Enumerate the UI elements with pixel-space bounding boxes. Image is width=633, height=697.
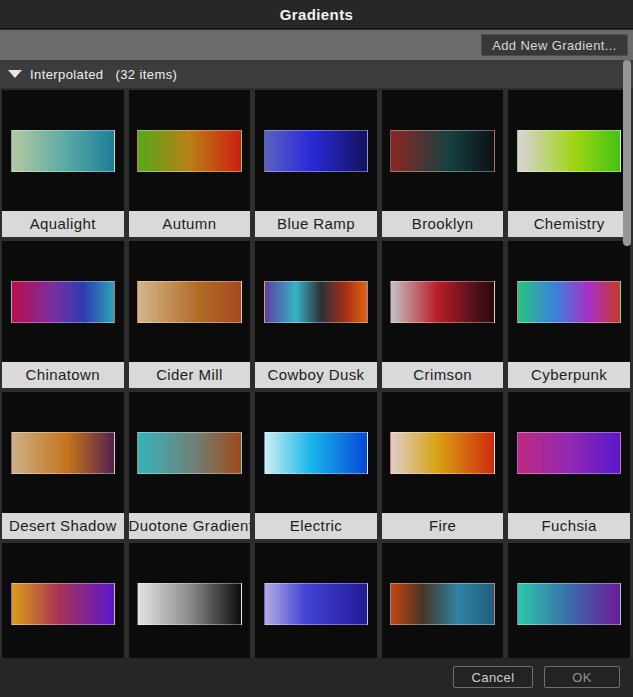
gradient-swatch[interactable]: [264, 130, 369, 172]
gradient-label: Brooklyn: [382, 211, 504, 237]
gradient-grid: AqualightAutumnBlue RampBrooklynChemistr…: [0, 88, 633, 658]
gradient-swatch[interactable]: [390, 130, 495, 172]
gradient-label: Desert Shadow: [2, 513, 124, 539]
gradient-label: Electric: [255, 513, 377, 539]
gradient-label: Duotone Gradient: [129, 513, 251, 539]
gradient-swatch[interactable]: [11, 130, 116, 172]
gradient-label: Cowboy Dusk: [255, 362, 377, 388]
gradient-swatch[interactable]: [517, 583, 622, 625]
gradient-cell[interactable]: Cider Mill: [129, 241, 251, 388]
gradient-cell[interactable]: Cyberpunk: [508, 241, 630, 388]
gradient-swatch[interactable]: [264, 281, 369, 323]
gradient-swatch[interactable]: [11, 432, 116, 474]
gradient-cell[interactable]: Fuchsia: [508, 392, 630, 539]
gradient-swatch[interactable]: [137, 130, 242, 172]
toolbar: Add New Gradient...: [0, 30, 633, 60]
gradient-swatch[interactable]: [390, 583, 495, 625]
gradient-label: Aqualight: [2, 211, 124, 237]
gradient-cell[interactable]: [255, 543, 377, 658]
gradient-cell[interactable]: Brooklyn: [382, 90, 504, 237]
gradient-swatch[interactable]: [137, 281, 242, 323]
gradient-cell[interactable]: Autumn: [129, 90, 251, 237]
gradient-label: Autumn: [129, 211, 251, 237]
cancel-label: Cancel: [472, 670, 515, 685]
gradient-cell[interactable]: Aqualight: [2, 90, 124, 237]
gradient-cell[interactable]: Desert Shadow: [2, 392, 124, 539]
ok-label: OK: [572, 670, 592, 685]
vertical-scrollbar-thumb[interactable]: [623, 60, 631, 246]
disclosure-triangle-icon[interactable]: [8, 70, 22, 78]
gradient-cell[interactable]: Crimson: [382, 241, 504, 388]
dialog-title: Gradients: [280, 6, 354, 23]
gradient-label: Blue Ramp: [255, 211, 377, 237]
gradient-label: Cider Mill: [129, 362, 251, 388]
cancel-button[interactable]: Cancel: [453, 666, 533, 688]
gradient-label: Chemistry: [508, 211, 630, 237]
gradient-cell[interactable]: [129, 543, 251, 658]
gradient-swatch[interactable]: [264, 583, 369, 625]
gradient-swatch[interactable]: [137, 583, 242, 625]
gradient-cell[interactable]: Electric: [255, 392, 377, 539]
gradient-swatch[interactable]: [137, 432, 242, 474]
gradient-label: Chinatown: [2, 362, 124, 388]
gradient-label: Fire: [382, 513, 504, 539]
ok-button[interactable]: OK: [544, 666, 620, 688]
gradient-cell[interactable]: Fire: [382, 392, 504, 539]
gradient-cell[interactable]: Cowboy Dusk: [255, 241, 377, 388]
dialog-titlebar: Gradients: [0, 0, 633, 29]
add-new-gradient-button[interactable]: Add New Gradient...: [481, 34, 628, 56]
gradient-cell[interactable]: Chemistry: [508, 90, 630, 237]
gradient-label: Fuchsia: [508, 513, 630, 539]
gradient-swatch[interactable]: [11, 583, 116, 625]
gradient-cell[interactable]: Duotone Gradient: [129, 392, 251, 539]
gradient-swatch[interactable]: [390, 432, 495, 474]
gradient-cell[interactable]: Chinatown: [2, 241, 124, 388]
gradient-label: Cyberpunk: [508, 362, 630, 388]
add-new-gradient-label: Add New Gradient...: [492, 38, 617, 53]
gradient-cell[interactable]: [382, 543, 504, 658]
gradient-swatch[interactable]: [390, 281, 495, 323]
gradient-swatch[interactable]: [517, 432, 622, 474]
gradient-cell[interactable]: [2, 543, 124, 658]
gradient-swatch[interactable]: [264, 432, 369, 474]
dialog-footer: Cancel OK: [0, 658, 633, 697]
section-item-count: (32 items): [115, 67, 177, 82]
gradient-swatch[interactable]: [517, 130, 622, 172]
gradients-dialog: Gradients Add New Gradient... Interpolat…: [0, 0, 633, 697]
gradient-cell[interactable]: [508, 543, 630, 658]
gradient-cell[interactable]: Blue Ramp: [255, 90, 377, 237]
gradient-scroll-area: AqualightAutumnBlue RampBrooklynChemistr…: [0, 88, 633, 658]
section-header-interpolated[interactable]: Interpolated (32 items): [0, 60, 633, 88]
section-title: Interpolated: [30, 67, 103, 82]
gradient-label: Crimson: [382, 362, 504, 388]
gradient-swatch[interactable]: [11, 281, 116, 323]
gradient-swatch[interactable]: [517, 281, 622, 323]
